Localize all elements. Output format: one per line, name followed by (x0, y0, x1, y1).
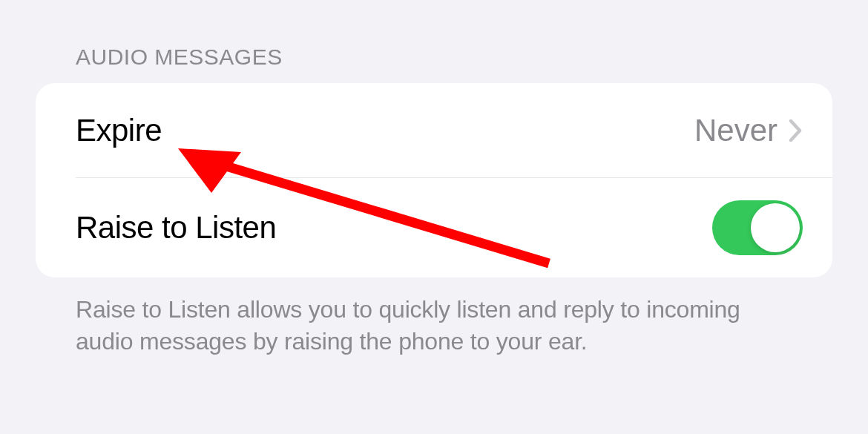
chevron-right-icon (789, 119, 803, 142)
raise-to-listen-row: Raise to Listen (36, 178, 832, 277)
raise-to-listen-label: Raise to Listen (76, 210, 276, 246)
settings-group: Expire Never Raise to Listen (36, 83, 832, 277)
expire-value: Never (694, 113, 777, 148)
expire-row[interactable]: Expire Never (76, 83, 832, 178)
settings-section: AUDIO MESSAGES Expire Never Raise to Lis… (0, 0, 868, 358)
section-header: AUDIO MESSAGES (36, 45, 832, 70)
raise-to-listen-toggle[interactable] (712, 200, 803, 255)
section-footer: Raise to Listen allows you to quickly li… (36, 277, 832, 358)
expire-label: Expire (76, 113, 162, 148)
expire-right: Never (694, 113, 803, 148)
toggle-knob (751, 203, 800, 252)
